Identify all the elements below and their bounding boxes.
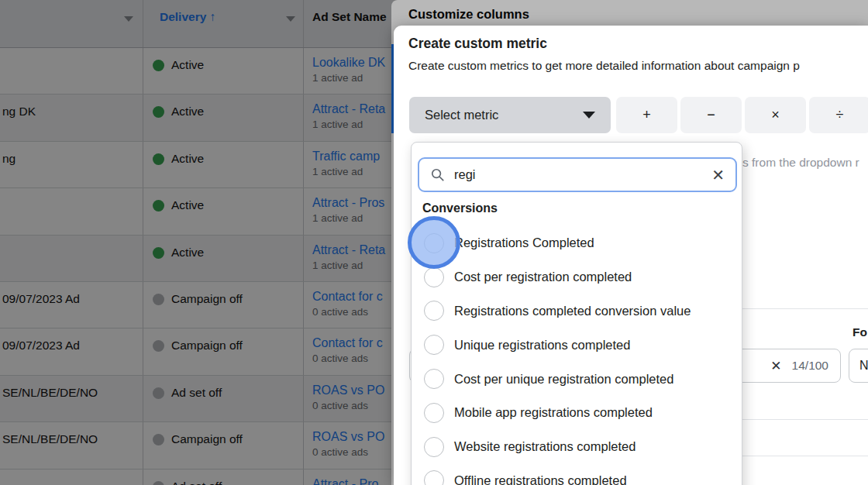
metric-options-list: Registrations Completed Cost per registr… bbox=[412, 226, 742, 485]
metric-option[interactable]: Cost per unique registration completed bbox=[412, 362, 742, 396]
divider bbox=[742, 308, 868, 309]
radio-icon[interactable] bbox=[424, 301, 444, 321]
ads-manager-screen: Delivery ↑ Ad Set Name Active Lookalike … bbox=[0, 0, 868, 485]
character-counter: 14/100 bbox=[792, 359, 828, 373]
metric-option[interactable]: Cost per registration completed bbox=[412, 260, 742, 294]
radio-icon[interactable] bbox=[424, 233, 444, 253]
plus-operator-button[interactable]: + bbox=[616, 97, 677, 133]
format-select[interactable]: N bbox=[849, 349, 868, 383]
dialog-subtitle: Create custom metrics to get more detail… bbox=[408, 59, 800, 73]
radio-icon[interactable] bbox=[424, 335, 444, 355]
search-query-text: regi bbox=[454, 167, 702, 182]
format-label: Fo bbox=[852, 325, 867, 339]
radio-icon[interactable] bbox=[424, 403, 444, 423]
minus-operator-button[interactable]: − bbox=[680, 97, 742, 133]
multiply-operator-button[interactable]: × bbox=[745, 97, 806, 133]
divider bbox=[742, 419, 868, 420]
metric-option[interactable]: Registrations Completed bbox=[412, 226, 742, 260]
dialog-title: Create custom metric bbox=[408, 36, 547, 52]
formula-builder: Select metric + − × ÷ bbox=[409, 97, 868, 133]
metric-option[interactable]: Registrations completed conversion value bbox=[412, 294, 742, 328]
chevron-down-icon bbox=[583, 112, 595, 119]
divide-operator-button[interactable]: ÷ bbox=[809, 97, 868, 133]
metric-search-input[interactable]: regi ✕ bbox=[418, 157, 737, 192]
select-metric-label: Select metric bbox=[425, 108, 498, 122]
metric-search-panel: regi ✕ Conversions Registrations Complet… bbox=[411, 142, 742, 485]
select-metric-dropdown[interactable]: Select metric bbox=[409, 97, 611, 133]
metric-option[interactable]: Website registrations completed bbox=[412, 430, 742, 464]
metric-option[interactable]: Mobile app registrations completed bbox=[412, 396, 742, 430]
clear-search-icon[interactable]: ✕ bbox=[711, 167, 725, 183]
section-heading: Conversions bbox=[422, 201, 498, 215]
radio-icon[interactable] bbox=[424, 470, 444, 485]
radio-icon[interactable] bbox=[424, 267, 444, 287]
metric-option[interactable]: Offline registrations completed bbox=[412, 464, 742, 485]
formula-helper-text: s from the dropdown r bbox=[742, 156, 859, 170]
divider bbox=[742, 456, 868, 456]
radio-icon[interactable] bbox=[424, 369, 444, 389]
search-icon bbox=[430, 167, 445, 182]
metric-option[interactable]: Unique registrations completed bbox=[412, 328, 742, 362]
format-value: N bbox=[859, 359, 868, 373]
radio-icon[interactable] bbox=[424, 437, 444, 457]
clear-name-icon[interactable]: ✕ bbox=[770, 359, 781, 373]
